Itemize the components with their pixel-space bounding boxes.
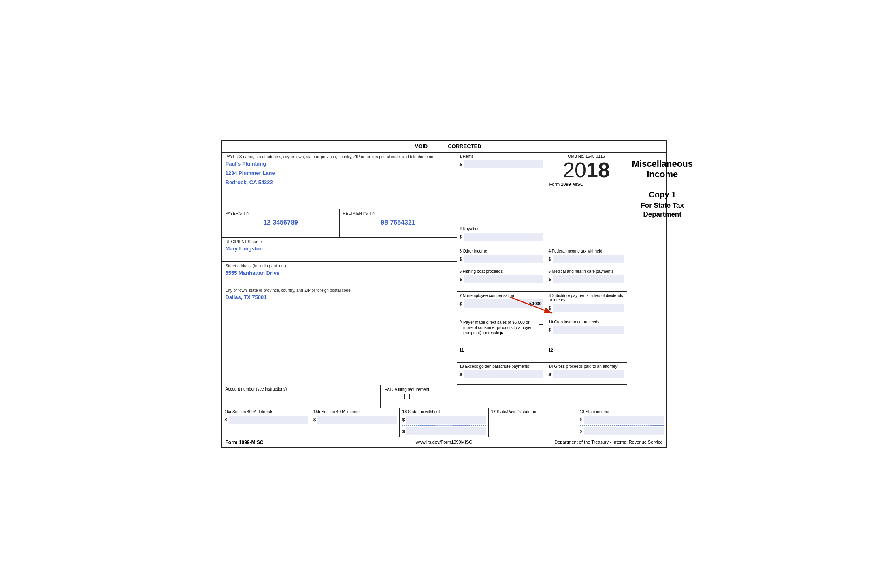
box1-num: 1 [460, 154, 462, 159]
box16-num: 16 [402, 410, 407, 414]
box15b-label: Section 409A income [322, 410, 360, 414]
box15b-num: 15b [313, 410, 320, 414]
payer-tin-value: 12-3456789 [226, 216, 336, 229]
box16-input-2[interactable] [406, 427, 486, 435]
account-label: Account number (see instructions) [226, 387, 377, 391]
box7-num: 7 [460, 293, 462, 298]
box8-input[interactable] [553, 304, 624, 312]
box14-label: Gross proceeds paid to an attorney [554, 364, 617, 369]
box8-num: 8 [549, 293, 551, 298]
box6-input[interactable] [553, 275, 624, 283]
recipient-tin-label: RECIPIENT'S TIN [343, 211, 454, 216]
box3-input[interactable] [464, 255, 543, 263]
box9-checkbox[interactable] [539, 320, 543, 325]
box10-input[interactable] [553, 326, 624, 334]
box16-input-1[interactable] [406, 416, 486, 424]
fatca-label: FATCA filing requirement [383, 387, 430, 392]
box6-label: Medical and health care payments [552, 269, 613, 274]
city-label: City or town, state or province, country… [226, 288, 454, 293]
box13-input[interactable] [464, 370, 543, 378]
year-part2: 18 [586, 159, 610, 182]
copy-number: Copy 1 [649, 190, 676, 200]
box7-label: Nonemployee compensation [463, 293, 514, 298]
box7-cell: 7 Nonemployee compensation $ 50 [457, 292, 546, 318]
tax-form: VOID CORRECTED PAYER'S name, street addr… [221, 140, 667, 448]
payer-name: Paul's Plumbing [226, 159, 454, 168]
box9-num: 9 [460, 320, 462, 324]
form-header: VOID CORRECTED [222, 141, 666, 153]
box4-label: Federal income tax withheld [552, 249, 603, 253]
box17-label: State/Payer's state no. [497, 410, 537, 414]
form-label: Form [549, 182, 560, 187]
box15a-input[interactable] [229, 416, 308, 424]
box9-label: Payer made direct sales of $5,000 or mor… [463, 320, 536, 335]
box3-label: Other income [463, 249, 487, 253]
box14-num: 14 [549, 364, 553, 369]
box12-num: 12 [549, 348, 624, 352]
box2-num: 2 [460, 227, 462, 231]
box18-num: 18 [580, 410, 584, 414]
street-label: Street address (including apt. no.) [226, 264, 454, 268]
box7-value: 50000 [529, 301, 542, 306]
footer-website: www.irs.gov/Form1099MISC [371, 439, 517, 445]
box11-num: 11 [460, 348, 543, 352]
footer-dept: Department of the Treasury - Internal Re… [517, 439, 663, 445]
recipient-name-value: Mary Langston [226, 244, 454, 253]
payer-city: Bedrock, CA 54322 [226, 178, 454, 187]
box1-label: Rents [463, 154, 473, 159]
footer-form-label: Form 1099-MISC [226, 439, 371, 445]
box1-input[interactable] [464, 160, 543, 168]
box13-num: 13 [460, 364, 464, 369]
recipient-tin-value: 98-7654321 [343, 216, 454, 229]
box3-num: 3 [460, 249, 462, 253]
payer-address: 1234 Plummer Lane [226, 168, 454, 178]
corrected-checkbox-group[interactable]: CORRECTED [440, 143, 481, 149]
box14-input[interactable] [553, 370, 624, 378]
form-name: 1099-MISC [561, 182, 583, 187]
corrected-label: CORRECTED [448, 143, 481, 149]
box15a-label: Section 409A deferrals [232, 410, 273, 414]
void-checkbox-group[interactable]: VOID [407, 143, 428, 149]
box2-input[interactable] [464, 233, 543, 241]
box17-num: 17 [491, 410, 496, 414]
box5-input[interactable] [464, 275, 543, 283]
box10-label: Crop insurance proceeds [554, 320, 599, 324]
box4-num: 4 [549, 249, 551, 253]
copy-desc: For State Tax Department [632, 201, 693, 219]
year-part1: 20 [563, 159, 586, 182]
box5-label: Fishing boat proceeds [463, 269, 503, 274]
box15a-num: 15a [225, 410, 232, 414]
payer-tin-label: PAYER'S TIN [226, 211, 336, 216]
box4-input[interactable] [553, 255, 624, 263]
box2-label: Royalties [463, 227, 479, 231]
box13-label: Excess golden parachute payments [465, 364, 529, 369]
box18-label: State income [586, 410, 609, 414]
box15b-input[interactable] [317, 416, 397, 424]
city-value: Dallas, TX 75001 [226, 293, 454, 302]
box10-num: 10 [549, 320, 553, 324]
void-label: VOID [415, 143, 428, 149]
corrected-checkbox[interactable] [440, 144, 445, 149]
street-value: 5555 Manhattan Drive [226, 268, 454, 278]
copy-title: Miscellaneous Income [632, 159, 693, 180]
void-checkbox[interactable] [407, 144, 412, 149]
box18-input-2[interactable] [584, 427, 663, 435]
payer-field-label: PAYER'S name, street address, city or to… [226, 155, 454, 159]
box5-num: 5 [460, 269, 462, 274]
recipient-name-label: RECIPIENT'S name [226, 240, 454, 244]
copy-section: Miscellaneous Income Copy 1 For State Ta… [627, 153, 698, 225]
box6-num: 6 [549, 269, 551, 274]
fatca-checkbox[interactable] [404, 394, 410, 399]
box7-input[interactable]: 50000 [464, 299, 543, 308]
box16-label: State tax withheld [408, 410, 440, 414]
box18-input-1[interactable] [584, 416, 663, 424]
box8-label: Substitute payments in lieu of dividends… [549, 293, 623, 302]
